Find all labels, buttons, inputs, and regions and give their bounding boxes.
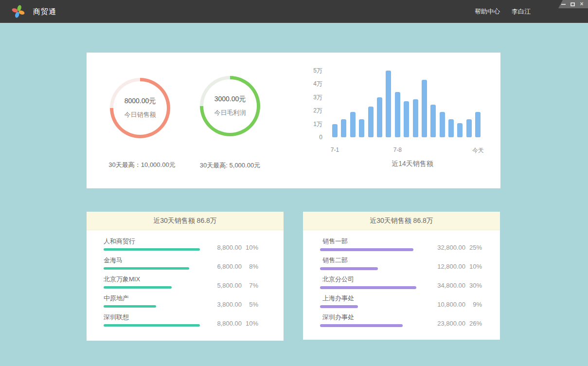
chart-bar [413,99,418,137]
sales-row-percent: 10% [242,320,258,327]
chart-bar [395,92,400,137]
sales-row-bar [320,248,413,251]
chart-title: 近14天销售额 [392,160,433,168]
sales-row-values: 32,800.0025% [427,244,482,251]
sales-row-amount: 6,800.00 [203,263,242,270]
today-profit-value: 3000.00元 [214,95,246,104]
window-controls: × [558,0,588,8]
y-tick-label: 1万 [293,120,322,128]
sales-row-bar [104,324,200,327]
today-profit-label: 今日毛利润 [214,109,246,117]
x-tick-label: 今天 [472,146,484,155]
x-tick-label: 7-8 [393,146,402,153]
sales-row: 中原地产3,800.005% [104,294,284,313]
chart-bars [332,71,481,137]
sales-row-percent: 30% [465,282,482,289]
chart-bar [332,124,338,137]
y-tick-label: 5万 [293,67,322,74]
y-tick-label: 4万 [293,80,322,88]
sales-row-amount: 12,800.00 [427,263,465,270]
sales-row-bar [104,267,189,270]
sales-row-values: 5,800.007% [203,282,258,289]
close-button[interactable]: × [579,1,584,7]
chart-bar [457,123,463,137]
chart-bar [404,101,409,137]
x-tick-label: 7-1 [331,146,339,153]
sales-row-amount: 23,800.00 [427,320,465,327]
today-profit-30day-max: 30天最高: 5,000.00元 [200,161,260,170]
sales-row: 销售二部12,800.0010% [320,256,500,275]
sales-row-percent: 7% [242,282,258,289]
today-profit-gauge: 3000.00元 今日毛利润 [200,76,260,136]
chart-bar [440,112,445,137]
department-sales-list: 销售一部32,800.0025%销售二部12,800.0010%北京分公司34,… [303,230,500,332]
minimize-icon [561,4,566,5]
title-bar: 商贸通 帮助中心 李白江 × [0,0,588,23]
chart-bar [422,80,427,137]
sales-row-percent: 25% [465,244,482,251]
sales-row-percent: 8% [242,263,258,270]
sales-row-bar [104,286,172,289]
sales-row-amount: 10,800.00 [427,301,465,308]
summary-card: 8000.00元 今日销售额 30天最高：10,000.00元 3000.00元… [87,53,500,188]
sales-row-amount: 3,800.00 [203,301,242,308]
chart-y-axis: 01万2万3万4万5万 [293,53,322,137]
customer-sales-panel: 近30天销售额 86.8万 人和商贸行8,800.0010%金海马6,800.0… [87,212,284,341]
maximize-icon [570,2,575,6]
chart-bar [466,119,472,137]
sales-row-percent: 9% [465,301,482,308]
top-nav: 帮助中心 李白江 [475,0,531,23]
today-sales-30day-max: 30天最高：10,000.00元 [108,161,175,169]
department-sales-panel-title: 近30天销售额 86.8万 [303,212,500,230]
sales-row-values: 8,800.0010% [203,320,258,327]
sales-row-values: 12,800.0010% [427,263,482,270]
chart-bar [350,112,356,137]
sales-row-percent: 26% [465,320,482,327]
sales-row-bar [320,267,378,270]
chart-bar [368,107,374,137]
y-tick-label: 3万 [293,93,322,101]
sales-row-amount: 34,800.00 [427,282,465,289]
chart-bar [475,112,481,137]
sales-row-values: 10,800.009% [427,301,482,308]
sales-row: 深圳联想8,800.0010% [104,313,284,332]
sales-row-amount: 5,800.00 [203,282,242,289]
username-menu[interactable]: 李白江 [512,7,531,16]
sales-row-bar [320,286,416,289]
chart-bar [448,119,454,137]
sales-row: 人和商贸行8,800.0010% [104,238,284,256]
minimize-button[interactable] [561,1,566,7]
sales-row-amount: 32,800.00 [427,244,465,251]
sales-row: 金海马6,800.008% [104,256,284,275]
sales-row-values: 34,800.0030% [427,282,482,289]
sales-row: 北京分公司34,800.0030% [320,275,500,294]
sales-row-percent: 5% [242,301,258,308]
chart-bar [359,119,364,137]
sales-row-values: 8,800.0010% [203,244,258,251]
sales-row-percent: 10% [242,244,258,251]
maximize-button[interactable] [570,1,575,7]
customer-sales-list: 人和商贸行8,800.0010%金海马6,800.008%北京万象MIX5,80… [87,230,284,332]
today-sales-value: 8000.00元 [125,97,156,106]
sales-row-amount: 8,800.00 [203,320,242,327]
y-tick-label: 0 [293,133,322,141]
sales-row-bar [104,305,156,308]
sales-row-bar [320,324,403,327]
help-center-link[interactable]: 帮助中心 [475,7,500,16]
sales-row-bar [320,305,358,308]
sales-row-values: 3,800.005% [203,301,258,308]
app-logo-icon [11,4,25,18]
today-sales-gauge: 8000.00元 今日销售额 [110,78,170,138]
department-sales-panel: 近30天销售额 86.8万 销售一部32,800.0025%销售二部12,800… [303,212,500,340]
sales-row-amount: 8,800.00 [203,244,242,251]
customer-sales-panel-title: 近30天销售额 86.8万 [87,212,284,230]
sales-row-values: 6,800.008% [203,263,258,270]
sales-row: 深圳办事处23,800.0026% [320,313,500,332]
sales-row-percent: 10% [465,263,482,270]
app-title: 商贸通 [33,7,56,17]
sales-row: 上海办事处10,800.009% [320,294,500,313]
today-sales-label: 今日销售额 [125,110,156,119]
sales-row: 销售一部32,800.0025% [320,238,500,256]
chart-bar [386,71,391,137]
chart-bar [341,119,346,137]
